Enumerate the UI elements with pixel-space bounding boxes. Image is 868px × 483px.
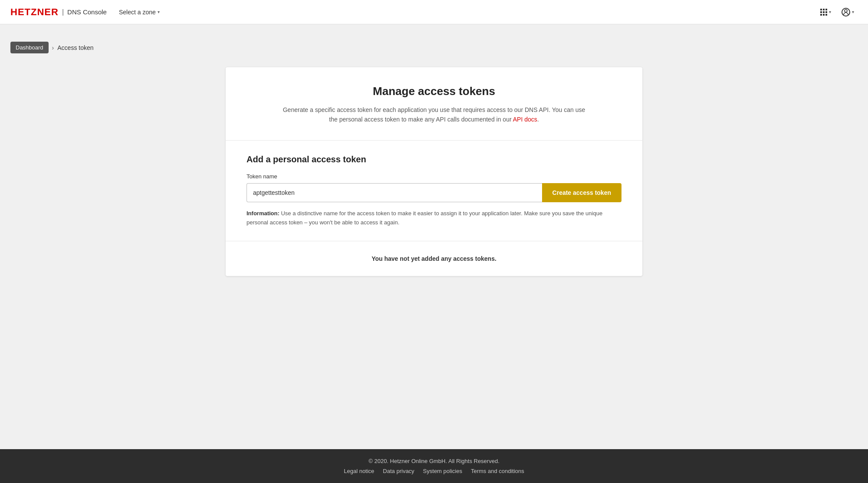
card-description-end: . bbox=[537, 116, 539, 123]
breadcrumb-current: Access token bbox=[57, 44, 93, 51]
footer-link-3[interactable]: Terms and conditions bbox=[471, 468, 524, 474]
card-title: Manage access tokens bbox=[247, 85, 621, 98]
section-title: Add a personal access token bbox=[247, 154, 621, 164]
empty-state: You have not yet added any access tokens… bbox=[226, 241, 642, 276]
zone-selector-chevron: ▾ bbox=[158, 10, 160, 14]
dns-console-label: DNS Console bbox=[67, 8, 107, 16]
empty-state-text: You have not yet added any access tokens… bbox=[247, 255, 621, 262]
footer-copyright: © 2020. Hetzner Online GmbH. All Rights … bbox=[10, 458, 858, 464]
api-docs-link[interactable]: API docs bbox=[513, 116, 537, 123]
card-description: Generate a specific access token for eac… bbox=[282, 105, 586, 125]
apps-menu-button[interactable]: ▾ bbox=[817, 6, 835, 18]
header-right: ▾ ▾ bbox=[817, 5, 858, 19]
info-body: Use a distinctive name for the access to… bbox=[247, 210, 602, 226]
card-header-section: Manage access tokens Generate a specific… bbox=[226, 67, 642, 141]
user-menu-button[interactable]: ▾ bbox=[838, 5, 858, 19]
zone-selector[interactable]: Select a zone ▾ bbox=[114, 6, 165, 18]
breadcrumb: Dashboard › Access token bbox=[10, 42, 858, 53]
grid-icon bbox=[820, 9, 827, 16]
footer-links: Legal noticeData privacySystem policiesT… bbox=[10, 468, 858, 474]
zone-selector-label: Select a zone bbox=[119, 9, 156, 16]
main-card: Manage access tokens Generate a specific… bbox=[226, 67, 642, 276]
main-content: Dashboard › Access token Manage access t… bbox=[0, 24, 868, 449]
header-left: HETZNER | DNS Console Select a zone ▾ bbox=[10, 6, 165, 18]
token-label: Token name bbox=[247, 173, 621, 180]
user-menu-chevron: ▾ bbox=[852, 10, 854, 14]
card-form-section: Add a personal access token Token name C… bbox=[226, 141, 642, 242]
token-name-input[interactable] bbox=[247, 183, 542, 202]
card-description-text1: Generate a specific access token for eac… bbox=[283, 106, 585, 123]
apps-menu-chevron: ▾ bbox=[829, 10, 831, 14]
footer-link-2[interactable]: System policies bbox=[423, 468, 462, 474]
info-text: Information: Use a distinctive name for … bbox=[247, 209, 621, 227]
user-icon bbox=[842, 8, 850, 16]
token-form-row: Create access token bbox=[247, 183, 621, 202]
info-label: Information: bbox=[247, 210, 279, 217]
footer-link-0[interactable]: Legal notice bbox=[344, 468, 374, 474]
footer-link-1[interactable]: Data privacy bbox=[383, 468, 414, 474]
footer: © 2020. Hetzner Online GmbH. All Rights … bbox=[0, 449, 868, 483]
logo-separator: | bbox=[62, 8, 64, 16]
create-access-token-button[interactable]: Create access token bbox=[542, 183, 621, 202]
svg-point-0 bbox=[845, 10, 847, 12]
breadcrumb-separator: › bbox=[52, 44, 54, 51]
logo: HETZNER | DNS Console bbox=[10, 7, 107, 18]
header: HETZNER | DNS Console Select a zone ▾ ▾ bbox=[0, 0, 868, 24]
breadcrumb-dashboard-link[interactable]: Dashboard bbox=[10, 42, 49, 53]
hetzner-brand: HETZNER bbox=[10, 7, 59, 18]
